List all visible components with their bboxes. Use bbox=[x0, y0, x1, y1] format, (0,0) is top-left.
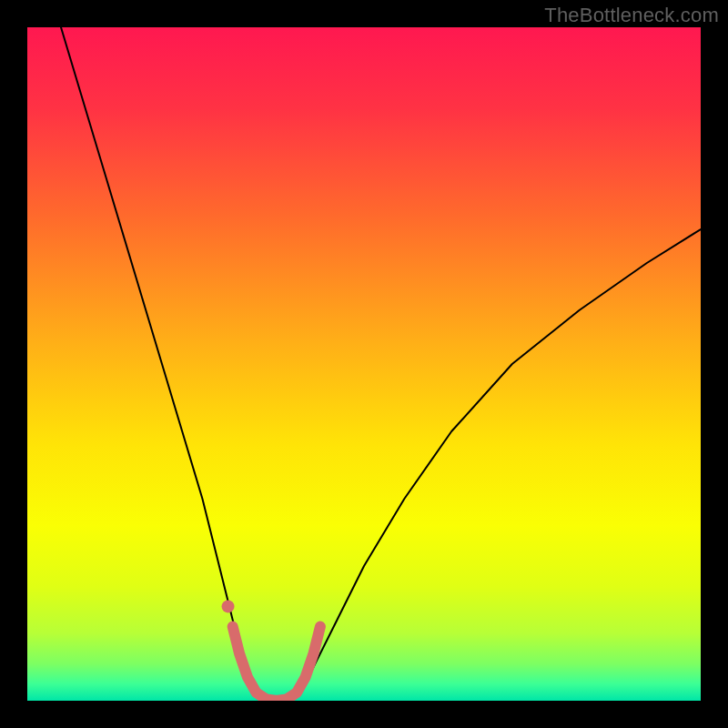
gradient-background bbox=[27, 27, 701, 701]
chart-frame: TheBottleneck.com bbox=[0, 0, 728, 728]
plot-area bbox=[27, 27, 701, 701]
highlight-dot bbox=[222, 600, 235, 612]
watermark-text: TheBottleneck.com bbox=[544, 4, 719, 27]
chart-svg bbox=[27, 27, 701, 701]
